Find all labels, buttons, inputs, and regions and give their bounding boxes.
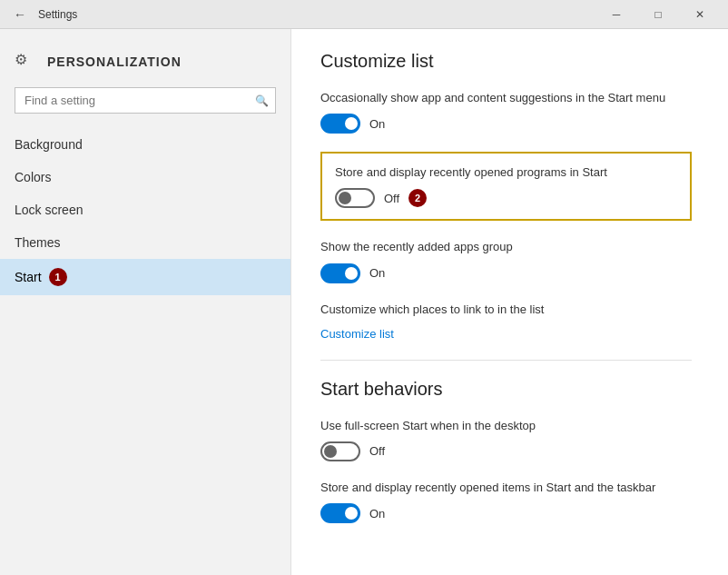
setting-suggestions: Occasionally show app and content sugges… — [320, 90, 692, 134]
close-icon: ✕ — [695, 8, 704, 21]
window-controls: ─ □ ✕ — [595, 0, 721, 29]
setting1-label: Occasionally show app and content sugges… — [320, 90, 692, 106]
sidebar-item-lock-screen[interactable]: Lock screen — [0, 193, 290, 226]
sidebar: ⚙ PERSONALIZATION 🔍 Background Colors Lo… — [0, 29, 290, 575]
gear-icon: ⚙ — [15, 51, 36, 73]
sidebar-item-start[interactable]: Start 1 — [0, 259, 290, 295]
search-icon: 🔍 — [255, 94, 269, 107]
section-divider — [320, 360, 692, 361]
customize-list-link[interactable]: Customize list — [320, 327, 394, 341]
setting2-toggle-row: Off 2 — [335, 188, 677, 208]
section1-title: Customize list — [320, 51, 692, 72]
setting-recent-programs-box: Store and display recently opened progra… — [320, 152, 692, 221]
setting-recent-items: Store and display recently opened items … — [320, 480, 692, 523]
sidebar-section-title: PERSONALIZATION — [47, 55, 182, 69]
toggle-knob — [345, 267, 358, 280]
setting-fullscreen: Use full-screen Start when in the deskto… — [320, 418, 692, 461]
setting1-state: On — [369, 117, 385, 131]
sidebar-item-label: Colors — [15, 170, 51, 184]
section2-title: Start behaviors — [320, 379, 692, 400]
close-button[interactable]: ✕ — [679, 0, 721, 29]
toggle-knob — [345, 507, 358, 520]
setting6-toggle[interactable] — [320, 503, 360, 523]
sidebar-item-background[interactable]: Background — [0, 128, 290, 161]
maximize-icon: □ — [654, 8, 661, 21]
setting6-toggle-row: On — [320, 503, 692, 523]
setting2-state: Off — [384, 192, 399, 205]
sidebar-item-label: Start — [15, 270, 42, 284]
setting5-label: Use full-screen Start when in the deskto… — [320, 418, 692, 434]
setting4-label: Customize which places to link to in the… — [320, 302, 692, 318]
content-area: Customize list Occasionally show app and… — [290, 29, 728, 575]
titlebar: ← Settings ─ □ ✕ — [0, 0, 728, 29]
back-button[interactable]: ← — [7, 2, 33, 27]
setting2-badge: 2 — [408, 189, 427, 207]
setting1-toggle-row: On — [320, 114, 692, 134]
setting3-state: On — [369, 266, 385, 280]
minimize-button[interactable]: ─ — [595, 0, 637, 29]
sidebar-item-label: Themes — [15, 235, 61, 250]
window-title: Settings — [38, 8, 595, 21]
setting-customize-places: Customize which places to link to in the… — [320, 302, 692, 342]
search-bar: 🔍 — [15, 87, 276, 114]
minimize-icon: ─ — [613, 8, 621, 21]
setting6-label: Store and display recently opened items … — [320, 480, 692, 496]
setting5-toggle-row: Off — [320, 441, 692, 461]
start-item-container: Start 1 — [15, 268, 276, 286]
sidebar-header: ⚙ PERSONALIZATION — [0, 44, 290, 87]
setting3-label: Show the recently added apps group — [320, 239, 692, 255]
setting5-state: Off — [369, 444, 385, 458]
main-container: ⚙ PERSONALIZATION 🔍 Background Colors Lo… — [0, 29, 728, 575]
sidebar-item-colors[interactable]: Colors — [0, 161, 290, 193]
sidebar-item-label: Lock screen — [15, 203, 83, 217]
setting5-toggle[interactable] — [320, 441, 360, 461]
setting2-toggle[interactable] — [335, 188, 375, 208]
sidebar-item-themes[interactable]: Themes — [0, 226, 290, 259]
toggle-knob — [324, 445, 337, 458]
toggle-knob — [345, 117, 358, 130]
setting6-state: On — [369, 507, 385, 520]
sidebar-item-label: Background — [15, 137, 83, 152]
setting1-toggle[interactable] — [320, 114, 360, 134]
toggle-knob — [339, 192, 351, 204]
search-input[interactable] — [15, 87, 276, 114]
setting3-toggle[interactable] — [320, 263, 360, 283]
start-badge: 1 — [49, 268, 67, 286]
setting-recently-added: Show the recently added apps group On — [320, 239, 692, 283]
setting2-label: Store and display recently opened progra… — [335, 164, 677, 181]
back-icon: ← — [14, 7, 26, 22]
setting3-toggle-row: On — [320, 263, 692, 283]
maximize-button[interactable]: □ — [637, 0, 679, 29]
